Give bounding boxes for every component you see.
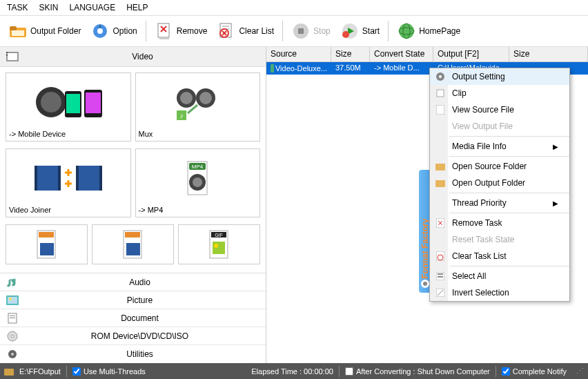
video-formats-grid: -> Mobile Device ♪ Mux Video Joiner MP4 … — [0, 67, 266, 273]
svg-rect-19 — [8, 53, 17, 60]
video-category-header[interactable]: Video — [0, 47, 266, 67]
ctx-thread-priority[interactable]: Thread Priority▶ — [430, 195, 569, 211]
option-label: Option — [112, 26, 137, 36]
ctx-clear-task-list[interactable]: Clear Task List — [430, 248, 569, 264]
menu-bar: TASK SKIN LANGUAGE HELP — [0, 0, 588, 15]
mp4-card[interactable]: MP4 -> MP4 — [135, 148, 261, 217]
ctx-remove-task[interactable]: Remove Task — [430, 215, 569, 231]
picture-icon — [6, 293, 19, 307]
option-button[interactable]: Option — [86, 19, 141, 43]
col-size[interactable]: Size — [331, 47, 370, 61]
select-all-icon — [433, 270, 448, 282]
webm-card[interactable] — [92, 224, 174, 264]
mobile-device-card[interactable]: -> Mobile Device — [6, 72, 131, 142]
context-menu: Output Setting Clip View Source File Vie… — [429, 68, 570, 302]
menu-help[interactable]: HELP — [126, 3, 148, 12]
ctx-open-output-folder[interactable]: Open Output Folder — [430, 175, 569, 191]
ctx-open-source-folder[interactable]: Open Source Folder — [430, 158, 569, 175]
svg-point-14 — [342, 31, 349, 38]
ctx-view-source[interactable]: View Source File — [430, 101, 569, 118]
svg-rect-27 — [86, 93, 101, 113]
stop-button[interactable]: Stop — [287, 19, 335, 43]
svg-rect-46 — [39, 232, 54, 237]
clear-list-button[interactable]: Clear List — [213, 19, 278, 43]
remove-label: Remove — [177, 26, 208, 36]
svg-rect-39 — [99, 166, 102, 191]
utilities-category[interactable]: Utilities — [0, 345, 266, 363]
output-folder-button[interactable]: Output Folder — [4, 19, 85, 43]
video-label: Video — [25, 52, 260, 61]
ctx-select-all[interactable]: Select All — [430, 268, 569, 284]
stop-icon — [291, 21, 311, 41]
menu-skin[interactable]: SKIN — [39, 3, 58, 12]
ctx-output-setting[interactable]: Output Setting — [430, 68, 569, 85]
option-icon — [90, 21, 110, 41]
video-joiner-card[interactable]: Video Joiner — [6, 148, 131, 217]
rom-category[interactable]: ROM Device\DVD\CD\ISO — [0, 327, 266, 345]
svg-rect-34 — [35, 166, 61, 191]
globe-icon — [397, 21, 416, 41]
svg-rect-60 — [10, 315, 15, 316]
start-button[interactable]: Start — [336, 19, 384, 43]
after-converting-checkbox[interactable]: After Converting : Shut Down Computer — [345, 367, 490, 376]
ctx-invert-selection[interactable]: Invert Selection — [430, 284, 569, 301]
menu-task[interactable]: TASK — [7, 3, 28, 12]
folder-icon — [433, 160, 448, 173]
homepage-label: HomePage — [419, 26, 460, 36]
ctx-media-info[interactable]: Media File Info▶ — [430, 138, 569, 155]
svg-rect-73 — [435, 164, 445, 171]
film-icon — [6, 50, 19, 64]
svg-point-23 — [41, 92, 61, 113]
svg-rect-20 — [6, 52, 8, 53]
col-convert-state[interactable]: Convert State — [370, 47, 433, 61]
file-icon — [433, 104, 448, 116]
svg-rect-66 — [271, 64, 274, 72]
svg-point-15 — [399, 23, 414, 39]
ctx-reset-task: Reset Task State — [430, 231, 569, 248]
svg-rect-76 — [436, 251, 444, 261]
menu-language[interactable]: LANGUAGE — [69, 3, 115, 12]
homepage-button[interactable]: HomePage — [393, 19, 464, 43]
svg-rect-12 — [298, 28, 304, 34]
ctx-clip[interactable]: Clip — [430, 85, 569, 101]
stop-label: Stop — [313, 26, 331, 36]
document-category[interactable]: Document — [0, 309, 266, 327]
col-source[interactable]: Source — [266, 47, 331, 61]
mux-card[interactable]: ♪ Mux — [135, 72, 261, 142]
col-size2[interactable]: Size — [509, 47, 588, 61]
svg-rect-25 — [66, 94, 80, 113]
audio-category[interactable]: Audio — [0, 273, 266, 291]
invert-icon — [433, 286, 448, 299]
multi-threads-checkbox[interactable]: Use Multi-Threads — [72, 367, 146, 376]
complete-notify-checkbox[interactable]: Complete Notify — [502, 367, 567, 376]
status-path[interactable]: E:\FFOutput — [19, 367, 61, 376]
svg-rect-5 — [158, 23, 169, 37]
picture-category[interactable]: Picture — [0, 291, 266, 309]
gif-card[interactable]: GIF — [178, 224, 260, 264]
music-icon — [6, 275, 19, 289]
start-icon — [340, 21, 360, 41]
document-icon — [6, 311, 19, 325]
mkv-card[interactable] — [6, 224, 88, 264]
scissors-icon — [433, 87, 448, 99]
folder-icon — [4, 367, 14, 376]
svg-rect-47 — [40, 243, 54, 255]
svg-point-68 — [423, 282, 427, 286]
svg-rect-61 — [10, 318, 15, 318]
svg-rect-36 — [58, 166, 61, 191]
svg-text:GIF: GIF — [215, 233, 223, 237]
ctx-view-output: View Output File — [430, 118, 569, 135]
svg-rect-79 — [438, 273, 443, 275]
svg-rect-82 — [4, 369, 14, 376]
folder-icon — [433, 177, 448, 189]
remove-button[interactable]: Remove — [150, 19, 212, 43]
col-output[interactable]: Output [F2] — [433, 47, 509, 61]
file-film-icon — [271, 64, 274, 72]
folder-icon — [8, 21, 28, 41]
start-label: Start — [362, 26, 380, 36]
svg-rect-1 — [10, 26, 17, 30]
toolbar: Output Folder Option Remove Clear List S… — [0, 15, 588, 47]
svg-rect-54 — [213, 242, 225, 254]
svg-point-44 — [193, 177, 202, 187]
left-panel: Video -> Mobile Device ♪ Mux Video Joine… — [0, 47, 266, 363]
